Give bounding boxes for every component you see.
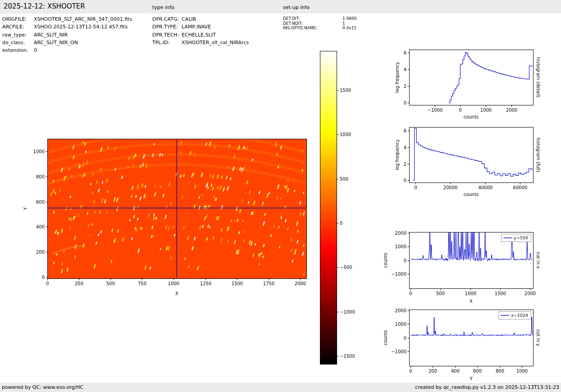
meta-value: XSHOO.2025-12-13T12:54:12.457.fits — [34, 24, 128, 30]
meta-row: DPR.TECH:ECHELLE,SLIT — [152, 31, 249, 39]
meta-row: INS.OPTI5.NAME:0.4x11 — [283, 26, 357, 31]
meta-row: do_class:ARC_SLIT_NIR_ON — [2, 39, 132, 46]
header-bar: 2025-12-12: XSHOOTER type info set-up in… — [0, 0, 561, 14]
meta-row: TPL.ID:XSHOOTER_slt_cal_NIRArcs — [152, 39, 249, 46]
meta-value: 0.4x11 — [342, 26, 356, 30]
meta-row: DPR.TYPE:LAMP,WAVE — [152, 23, 249, 31]
meta-row: raw_type:ARC_SLIT_NIR — [2, 31, 132, 39]
setup-info-block: DET.DIT:1.9800 DET.NDIT:1 INS.OPTI5.NAME… — [283, 16, 357, 31]
footer-bar: powered by QC: www.eso.org/HC created by… — [0, 383, 561, 392]
meta-value: ECHELLE,SLIT — [182, 32, 216, 38]
meta-value: 0 — [34, 47, 37, 53]
type-info-label: type info — [152, 5, 174, 10]
meta-row: DPR.CATG:CALIB — [152, 15, 249, 23]
meta-value: CALIB — [182, 16, 196, 22]
meta-key: do_class: — [2, 39, 34, 46]
qc-report-page: 2025-12-12: XSHOOTER type info set-up in… — [0, 0, 561, 392]
meta-value: XSHOOTER_slt_cal_NIRArcs — [182, 40, 249, 46]
footer-created-by: created by qc_rawdisp.py v1.2.3 on 2025-… — [415, 384, 559, 390]
meta-key: ARCFILE: — [2, 23, 34, 31]
meta-value: LAMP,WAVE — [182, 24, 211, 30]
setup-info-label: set-up info — [283, 5, 310, 10]
meta-key: DPR.TECH: — [152, 31, 182, 39]
file-info-block: ORIGFILE:XSHOOTER_SLT_ARC_NIR_347_0001.f… — [2, 15, 132, 54]
plots-canvas — [0, 0, 561, 392]
page-title: 2025-12-12: XSHOOTER — [4, 2, 85, 10]
meta-row: DET.NDIT:1 — [283, 21, 357, 26]
meta-key: raw_type: — [2, 31, 34, 39]
meta-key: TPL.ID: — [152, 39, 182, 46]
meta-key: DET.NDIT: — [283, 21, 342, 26]
meta-row: ORIGFILE:XSHOOTER_SLT_ARC_NIR_347_0001.f… — [2, 15, 132, 23]
meta-value: XSHOOTER_SLT_ARC_NIR_347_0001.fits — [34, 16, 132, 22]
meta-key: ORIGFILE: — [2, 15, 34, 23]
meta-key: DPR.CATG: — [152, 15, 182, 23]
meta-value: 1.9800 — [342, 16, 357, 21]
meta-key: DET.DIT: — [283, 16, 342, 21]
meta-row: ARCFILE:XSHOO.2025-12-13T12:54:12.457.fi… — [2, 23, 132, 31]
meta-value: ARC_SLIT_NIR — [34, 32, 68, 38]
meta-key: extension: — [2, 46, 34, 54]
meta-key: INS.OPTI5.NAME: — [283, 26, 342, 31]
meta-row: DET.DIT:1.9800 — [283, 16, 357, 21]
meta-key: DPR.TYPE: — [152, 23, 182, 31]
meta-value: 1 — [342, 21, 345, 26]
meta-row: extension:0 — [2, 46, 132, 54]
meta-value: ARC_SLIT_NIR_ON — [34, 40, 78, 46]
footer-credit-qc: powered by QC: www.eso.org/HC — [2, 384, 83, 390]
type-info-block: DPR.CATG:CALIB DPR.TYPE:LAMP,WAVE DPR.TE… — [152, 15, 249, 46]
